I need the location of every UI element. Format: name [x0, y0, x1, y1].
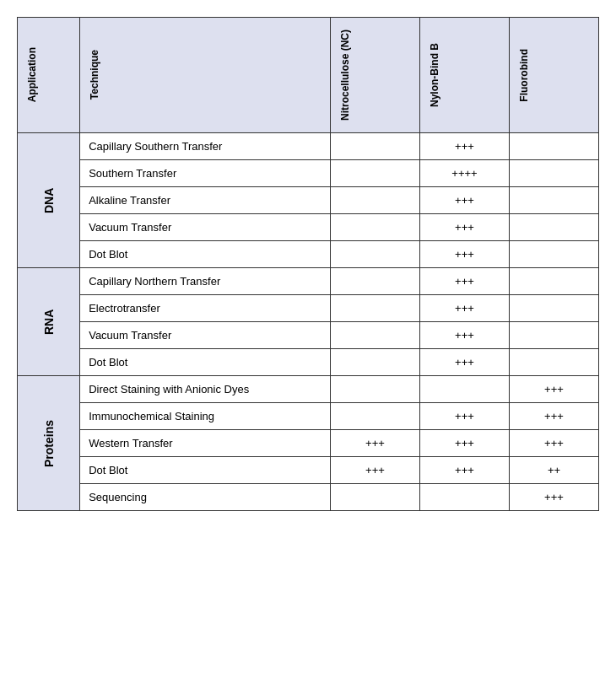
fluoro-value: [509, 133, 598, 160]
nylon-value: +++: [419, 403, 509, 430]
table-row: DNACapillary Southern Transfer+++: [18, 133, 599, 160]
fluoro-value: +++: [509, 484, 598, 511]
nylon-value: +++: [419, 214, 509, 241]
nylon-value: +++: [419, 133, 509, 160]
table-row: Dot Blot++++++++: [18, 457, 599, 484]
nylon-value: +++: [419, 187, 509, 214]
nylon-value: +++: [419, 295, 509, 322]
app-cell-proteins: Proteins: [18, 376, 80, 511]
table-row: Dot Blot+++: [18, 241, 599, 268]
technique-cell: Dot Blot: [80, 241, 331, 268]
technique-cell: Capillary Southern Transfer: [80, 133, 331, 160]
header-application: Application: [18, 18, 80, 133]
technique-cell: Electrotransfer: [80, 295, 331, 322]
nc-value: [330, 268, 419, 295]
fluoro-value: [509, 349, 598, 376]
nylon-value: +++: [419, 241, 509, 268]
technique-cell: Immunochemical Staining: [80, 403, 331, 430]
table-row: ProteinsDirect Staining with Anionic Dye…: [18, 376, 599, 403]
comparison-table: Application Technique Nitrocellulose (NC…: [17, 17, 599, 511]
nylon-value: +++: [419, 349, 509, 376]
table-row: RNACapillary Northern Transfer+++: [18, 268, 599, 295]
table-row: Electrotransfer+++: [18, 295, 599, 322]
app-cell-dna: DNA: [18, 133, 80, 268]
nylon-value: ++++: [419, 160, 509, 187]
table-row: Vacuum Transfer+++: [18, 214, 599, 241]
header-nitrocellulose: Nitrocellulose (NC): [330, 18, 419, 133]
nylon-value: +++: [419, 268, 509, 295]
fluoro-value: +++: [509, 376, 598, 403]
fluoro-value: ++: [509, 457, 598, 484]
fluoro-value: [509, 241, 598, 268]
nylon-value: [419, 376, 509, 403]
header-fluorobind: Fluorobind: [509, 18, 598, 133]
table-row: Western Transfer+++++++++: [18, 430, 599, 457]
technique-cell: Alkaline Transfer: [80, 187, 331, 214]
technique-cell: Southern Transfer: [80, 160, 331, 187]
header-nylon-bind-b: Nylon-Bind B: [419, 18, 509, 133]
nc-value: [330, 376, 419, 403]
nylon-value: +++: [419, 430, 509, 457]
fluoro-value: [509, 295, 598, 322]
table-row: Immunochemical Staining++++++: [18, 403, 599, 430]
technique-cell: Sequencing: [80, 484, 331, 511]
nc-value: [330, 484, 419, 511]
table-row: Vacuum Transfer+++: [18, 322, 599, 349]
table-container: Application Technique Nitrocellulose (NC…: [17, 17, 599, 511]
table-row: Alkaline Transfer+++: [18, 187, 599, 214]
header-technique: Technique: [80, 18, 331, 133]
technique-cell: Western Transfer: [80, 430, 331, 457]
nc-value: [330, 241, 419, 268]
nc-value: [330, 322, 419, 349]
nc-value: [330, 214, 419, 241]
nc-value: +++: [330, 457, 419, 484]
nylon-value: +++: [419, 322, 509, 349]
table-row: Dot Blot+++: [18, 349, 599, 376]
technique-cell: Capillary Northern Transfer: [80, 268, 331, 295]
fluoro-value: [509, 322, 598, 349]
fluoro-value: [509, 160, 598, 187]
nc-value: +++: [330, 430, 419, 457]
nc-value: [330, 349, 419, 376]
table-row: Southern Transfer++++: [18, 160, 599, 187]
technique-cell: Direct Staining with Anionic Dyes: [80, 376, 331, 403]
technique-cell: Dot Blot: [80, 457, 331, 484]
technique-cell: Dot Blot: [80, 349, 331, 376]
technique-cell: Vacuum Transfer: [80, 322, 331, 349]
fluoro-value: [509, 268, 598, 295]
fluoro-value: [509, 187, 598, 214]
fluoro-value: [509, 214, 598, 241]
technique-cell: Vacuum Transfer: [80, 214, 331, 241]
nc-value: [330, 187, 419, 214]
app-cell-rna: RNA: [18, 268, 80, 376]
nc-value: [330, 403, 419, 430]
fluoro-value: +++: [509, 430, 598, 457]
nc-value: [330, 295, 419, 322]
nylon-value: [419, 484, 509, 511]
fluoro-value: +++: [509, 403, 598, 430]
nc-value: [330, 133, 419, 160]
table-row: Sequencing+++: [18, 484, 599, 511]
nylon-value: +++: [419, 457, 509, 484]
nc-value: [330, 160, 419, 187]
